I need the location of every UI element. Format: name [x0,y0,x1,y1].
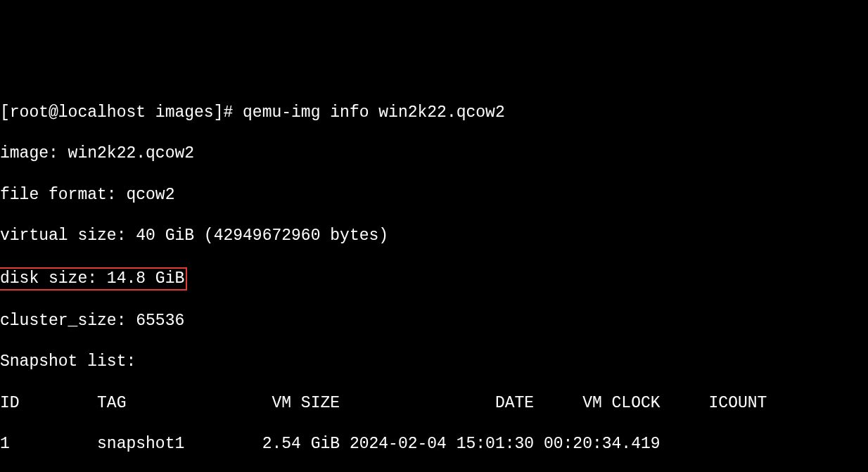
disk-size-highlight: disk size: 14.8 GiB [0,267,187,291]
prompt-line: [root@localhost images]# qemu-img info w… [0,103,868,123]
snapshot-row-line: 1 snapshot1 2.54 GiB 2024-02-04 15:01:30… [0,434,868,454]
terminal-output[interactable]: [root@localhost images]# qemu-img info w… [0,82,868,472]
image-line: image: win2k22.qcow2 [0,143,868,164]
virtual-size-line: virtual size: 40 GiB (42949672960 bytes) [0,226,868,246]
snapshot-list-line: Snapshot list: [0,352,868,372]
file-format-line: file format: qcow2 [0,185,868,205]
snapshot-header-line: ID TAG VM SIZE DATE VM CLOCK ICOUNT [0,393,868,414]
cluster-size-line: cluster_size: 65536 [0,311,868,331]
disk-size-line-container: disk size: 14.8 GiB [0,267,868,291]
